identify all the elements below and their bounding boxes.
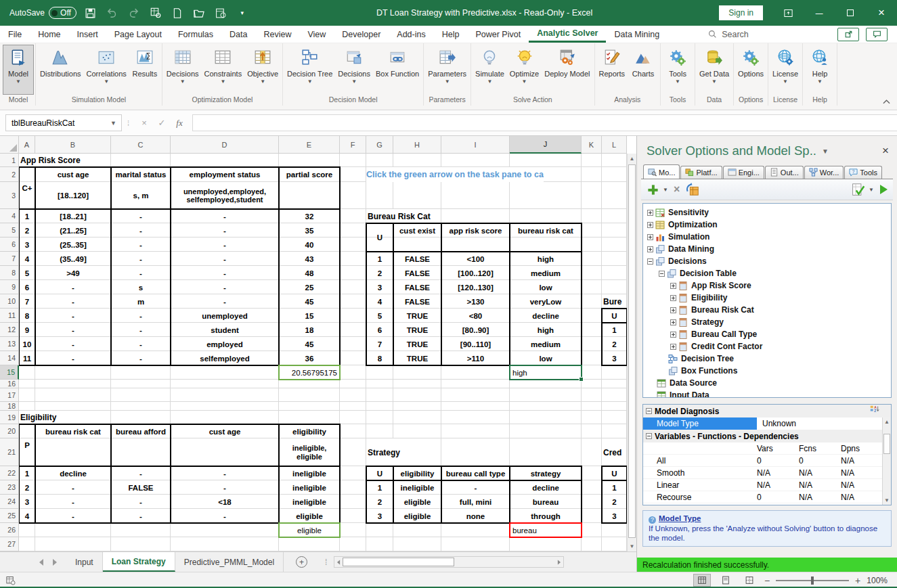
cell-A19[interactable]: Eligibility	[19, 411, 59, 424]
menu-tab-power-pivot[interactable]: Power Pivot	[467, 26, 529, 43]
cell-J25[interactable]: through	[510, 509, 582, 523]
horizontal-scrollbar-thumb[interactable]	[343, 558, 454, 566]
undo-icon[interactable]	[105, 5, 120, 20]
cell-L13[interactable]: 2	[602, 337, 627, 351]
task-pane-close-icon[interactable]: ×	[882, 144, 889, 158]
row-header-23[interactable]: 23	[0, 480, 19, 495]
cell-E2[interactable]: partial score	[279, 167, 340, 182]
row-header-1[interactable]: 1	[0, 154, 19, 167]
fill-handle[interactable]	[579, 377, 584, 382]
cell-L12[interactable]: 1	[602, 323, 627, 337]
sheet-tab-loan-strategy[interactable]: Loan Strategy	[103, 552, 175, 572]
cell-D11[interactable]: unemployed	[171, 309, 279, 323]
column-header-A[interactable]: A	[19, 136, 35, 154]
tree-plus-icon[interactable]	[670, 344, 676, 350]
cell-E15[interactable]: 20.56795175	[279, 365, 340, 380]
menu-tab-page-layout[interactable]: Page Layout	[106, 26, 170, 43]
row-header-4[interactable]: 4	[0, 209, 19, 223]
cell-G22[interactable]: U	[366, 466, 393, 480]
cell-B22[interactable]: decline	[35, 466, 111, 480]
cell-A4[interactable]: 1	[19, 209, 35, 223]
cell-E21[interactable]: ineligible, eligible	[279, 438, 340, 466]
results-button[interactable]: Results	[129, 45, 160, 95]
cell-D3[interactable]: unemployed,employed, selfemployed,studen…	[171, 182, 279, 209]
cell-H9[interactable]: FALSE	[393, 280, 441, 294]
cell-C8[interactable]: -	[111, 266, 171, 280]
row-header-8[interactable]: 8	[0, 266, 19, 280]
cell-L23[interactable]: 1	[602, 480, 627, 495]
cell-G24[interactable]: 2	[366, 495, 393, 509]
cell-D24[interactable]: <18	[171, 495, 279, 509]
objective-button[interactable]: Objective▼	[244, 45, 281, 95]
cell-E4[interactable]: 32	[279, 209, 340, 223]
row-header-12[interactable]: 12	[0, 323, 19, 337]
tools-button[interactable]: Tools▼	[662, 45, 693, 95]
cell-J7[interactable]: high	[510, 252, 582, 266]
row-header-17[interactable]: 17	[0, 388, 19, 402]
row-header-13[interactable]: 13	[0, 337, 19, 351]
cell-C22[interactable]: -	[111, 466, 171, 480]
row-header-3[interactable]: 3	[0, 182, 19, 209]
cell-I13[interactable]: [90..110]	[441, 337, 510, 351]
cell-G4[interactable]: Bureau Risk Cat	[366, 209, 433, 223]
cell-E26[interactable]: eligible	[279, 523, 340, 537]
cell-H23[interactable]: ineligible	[393, 480, 441, 495]
cell-H22[interactable]: eligibility	[393, 466, 441, 480]
ribbon-display-options-icon[interactable]	[772, 0, 804, 26]
pane-tab-out[interactable]: Out...	[765, 166, 804, 179]
collapse-ribbon-icon[interactable]	[883, 95, 890, 107]
tree-minus-icon[interactable]	[659, 271, 665, 277]
cell-C5[interactable]: -	[111, 223, 171, 238]
horizontal-scrollbar[interactable]	[334, 556, 564, 568]
cell-G25[interactable]: 3	[366, 509, 393, 523]
row-header-21[interactable]: 21	[0, 438, 19, 466]
constraints-button[interactable]: Constraints▼	[202, 45, 245, 95]
tree-item-eligibility[interactable]: Eligibility	[644, 292, 890, 304]
row-header-24[interactable]: 24	[0, 495, 19, 509]
row-header-14[interactable]: 14	[0, 351, 19, 365]
analyze-without-solving-button[interactable]	[851, 183, 865, 197]
table-gear-icon[interactable]	[148, 5, 163, 20]
cell-D20[interactable]: cust age	[171, 424, 279, 438]
zoom-level[interactable]: 100%	[867, 576, 888, 585]
cell-J11[interactable]: decline	[510, 309, 582, 323]
cell-G13[interactable]: 7	[366, 337, 393, 351]
solve-play-icon[interactable]	[880, 185, 888, 194]
cell-A24[interactable]: 3	[19, 495, 35, 509]
cell-L24[interactable]: 2	[602, 495, 627, 509]
tree-item-bureau-call-type[interactable]: Bureau Call Type	[644, 328, 890, 340]
menu-tab-file[interactable]: File	[0, 26, 30, 43]
tree-plus-icon[interactable]	[670, 283, 676, 289]
cell-A9[interactable]: 6	[19, 280, 35, 294]
get-data-button[interactable]: Get Data▼	[697, 45, 732, 95]
cell-A13[interactable]: 10	[19, 337, 35, 351]
open-folder-icon[interactable]	[192, 5, 206, 20]
cell-C24[interactable]: -	[111, 495, 171, 509]
zoom-slider-thumb[interactable]	[811, 576, 814, 585]
tree-item-decision-tree[interactable]: Decision Tree	[644, 353, 890, 365]
cell-E11[interactable]: 15	[279, 309, 340, 323]
cell-B6[interactable]: (25..35]	[35, 238, 111, 252]
cell-A2[interactable]: C+	[19, 167, 35, 209]
model-type-help-link[interactable]: Model Type	[659, 514, 701, 522]
cell-J14[interactable]: low	[510, 351, 582, 365]
cell-I23[interactable]: -	[441, 480, 510, 495]
decisions-button[interactable]: Decisions▼	[335, 45, 373, 95]
cell-C11[interactable]: -	[111, 309, 171, 323]
menu-tab-developer[interactable]: Developer	[334, 26, 389, 43]
column-header-K[interactable]: K	[582, 136, 602, 154]
cell-B8[interactable]: >49	[35, 266, 111, 280]
save-icon[interactable]	[83, 5, 98, 20]
scroll-down-icon[interactable]: ▼	[628, 543, 636, 549]
cell-D8[interactable]: -	[171, 266, 279, 280]
cell-D7[interactable]: -	[171, 252, 279, 266]
cell-J26[interactable]: bureau	[510, 523, 582, 537]
sheet-tab-overflow-icon[interactable]: ⁞	[325, 552, 327, 572]
cell-E9[interactable]: 25	[279, 280, 340, 294]
distributions-button[interactable]: Distributions	[37, 45, 84, 95]
zoom-out-button[interactable]: −	[764, 575, 770, 586]
cell-A14[interactable]: 11	[19, 351, 35, 365]
add-sheet-button[interactable]: +	[296, 556, 307, 568]
cell-D10[interactable]: -	[171, 294, 279, 309]
cell-E7[interactable]: 43	[279, 252, 340, 266]
